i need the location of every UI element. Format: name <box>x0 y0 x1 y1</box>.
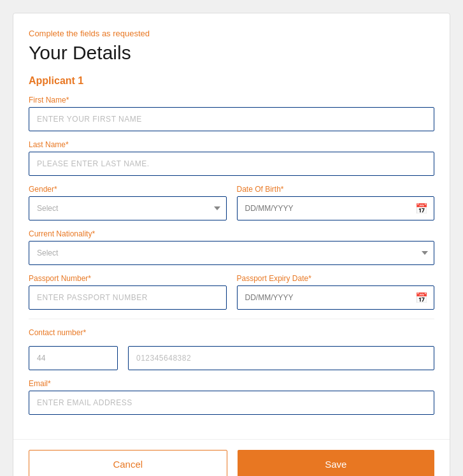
last-name-input[interactable] <box>29 152 434 176</box>
passport-expiry-group: Passport Expiry Date* 📅 <box>237 274 435 310</box>
contact-label-group: Contact number* <box>29 328 434 337</box>
passport-expiry-input[interactable] <box>237 285 435 310</box>
contact-code-input[interactable] <box>29 346 118 370</box>
passport-number-group: Passport Number* <box>29 274 227 310</box>
nationality-group: Current Nationality* Select British Amer… <box>29 229 434 265</box>
first-name-input[interactable] <box>29 107 434 131</box>
last-name-label: Last Name* <box>29 140 434 149</box>
passport-number-input[interactable] <box>29 285 227 310</box>
dob-label: Date Of Birth* <box>237 185 435 194</box>
save-button[interactable]: Save <box>238 450 435 476</box>
contact-label: Contact number* <box>29 328 434 337</box>
dob-input[interactable] <box>237 196 435 220</box>
footer-buttons: Cancel Save <box>13 439 450 476</box>
dob-group: Date Of Birth* 📅 <box>237 185 435 220</box>
first-name-label: First Name* <box>29 96 434 105</box>
cancel-button[interactable]: Cancel <box>29 450 227 476</box>
email-group: Email* <box>29 379 434 415</box>
email-label: Email* <box>29 379 434 388</box>
page-title: Your Details <box>29 42 434 64</box>
applicant-title: Applicant 1 <box>29 75 434 87</box>
gender-group: Gender* Select Male Female Other <box>29 185 227 220</box>
email-input[interactable] <box>29 391 434 415</box>
dob-input-wrapper: 📅 <box>237 196 435 220</box>
gender-label: Gender* <box>29 185 227 194</box>
contact-code-group <box>29 346 118 370</box>
nationality-select-wrapper: Select British American French <box>29 241 434 265</box>
gender-dob-row: Gender* Select Male Female Other Date Of… <box>29 185 434 220</box>
gender-select-wrapper: Select Male Female Other <box>29 196 227 220</box>
gender-select[interactable]: Select Male Female Other <box>29 196 227 220</box>
contact-number-group <box>128 346 434 370</box>
section-divider <box>29 319 434 319</box>
passport-expiry-wrapper: 📅 <box>237 285 435 310</box>
form-subtitle: Complete the fields as requested <box>29 29 434 38</box>
contact-number-input[interactable] <box>128 346 434 370</box>
nationality-select[interactable]: Select British American French <box>29 241 434 265</box>
passport-number-label: Passport Number* <box>29 274 227 283</box>
contact-row <box>29 346 434 370</box>
passport-row: Passport Number* Passport Expiry Date* 📅 <box>29 274 434 310</box>
passport-expiry-label: Passport Expiry Date* <box>237 274 435 283</box>
first-name-group: First Name* <box>29 96 434 131</box>
last-name-group: Last Name* <box>29 140 434 176</box>
nationality-label: Current Nationality* <box>29 229 434 238</box>
